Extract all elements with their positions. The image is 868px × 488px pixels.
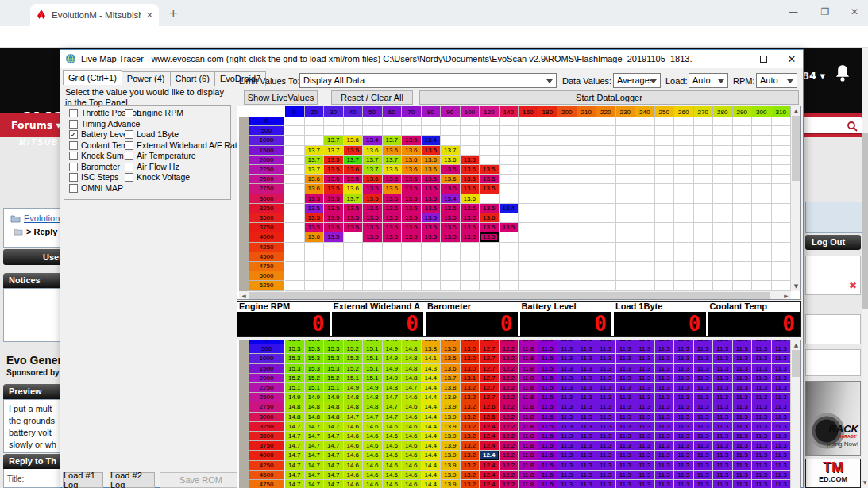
top-grid-cell[interactable] xyxy=(305,243,325,252)
top-grid-cell[interactable] xyxy=(285,223,305,232)
bottom-grid-cell[interactable]: 11.3 xyxy=(674,393,694,402)
top-grid-cell[interactable]: 13.5 xyxy=(383,175,403,184)
bottom-grid-row-header[interactable]: 3500 xyxy=(249,432,284,441)
top-grid-cell[interactable] xyxy=(694,126,714,136)
top-grid-row-header[interactable]: 4750 xyxy=(249,262,284,271)
top-grid-cell[interactable]: 13.5 xyxy=(324,175,344,184)
bottom-grid-cell[interactable]: 15.2 xyxy=(344,364,364,374)
top-grid-cell[interactable] xyxy=(557,271,577,281)
top-grid-cell[interactable] xyxy=(616,126,636,136)
bottom-grid-cell[interactable]: 11.3 xyxy=(577,393,597,402)
bottom-grid-cell[interactable]: 15.3 xyxy=(324,364,344,374)
bottom-grid-cell[interactable]: 12.7 xyxy=(480,393,500,402)
bottom-grid-row-header[interactable]: 500 xyxy=(249,344,284,354)
top-grid-cell[interactable] xyxy=(480,243,500,252)
bottom-grid-cell[interactable]: 13.9 xyxy=(441,461,461,471)
app-maximize-icon[interactable] xyxy=(750,50,777,67)
checkbox[interactable] xyxy=(125,152,133,160)
top-grid-cell[interactable]: 13.5 xyxy=(402,223,422,232)
page-scrollbar-thumb[interactable] xyxy=(862,133,868,309)
bottom-grid-cell[interactable]: 14.1 xyxy=(422,354,442,363)
bottom-grid-cell[interactable]: 12.4 xyxy=(480,441,500,451)
top-grid-cell[interactable] xyxy=(402,281,422,290)
top-grid-cell[interactable] xyxy=(616,136,636,145)
top-grid-cell[interactable]: 13.6 xyxy=(461,175,480,184)
top-grid-cell[interactable] xyxy=(674,223,694,232)
bottom-grid-cell[interactable]: 12.4 xyxy=(480,451,500,460)
bottom-grid-row-header[interactable]: 3000 xyxy=(249,413,284,422)
bottom-grid-cell[interactable]: 11.3 xyxy=(674,480,694,488)
top-grid-cell[interactable] xyxy=(674,281,694,290)
bottom-grid-cell[interactable]: 13.5 xyxy=(441,354,461,363)
load-dropdown[interactable]: Auto xyxy=(689,73,728,88)
bottom-grid-cell[interactable]: 11.3 xyxy=(752,413,772,422)
top-grid-cell[interactable] xyxy=(500,262,519,271)
bottom-grid-cell[interactable]: 11.3 xyxy=(557,451,577,460)
top-grid-cell[interactable] xyxy=(538,281,558,290)
top-grid-cell[interactable] xyxy=(733,262,753,271)
top-grid-cell[interactable] xyxy=(694,281,714,290)
bottom-grid-cell[interactable]: 12.2 xyxy=(500,413,519,422)
top-grid-cell[interactable] xyxy=(519,136,538,145)
browser-tab[interactable]: EvolutionM - Mitsubishi Lancer a ✕ xyxy=(30,4,159,26)
bottom-grid-cell[interactable]: 11.3 xyxy=(733,383,753,393)
top-grid-cell[interactable] xyxy=(538,126,558,136)
bottom-grid-cell[interactable]: 11.3 xyxy=(596,480,616,488)
checkbox[interactable] xyxy=(125,173,133,182)
bottom-grid-cell[interactable]: 11.3 xyxy=(596,364,616,374)
bottom-grid-cell[interactable]: 11.3 xyxy=(557,413,577,422)
top-grid-cell[interactable] xyxy=(616,204,636,213)
checkbox[interactable] xyxy=(69,184,78,193)
bottom-grid-cell[interactable]: 14.6 xyxy=(344,432,364,441)
top-grid-cell[interactable] xyxy=(577,194,597,204)
bottom-grid-cell[interactable]: 11.8 xyxy=(519,441,538,451)
top-grid-cell[interactable] xyxy=(752,213,772,223)
bottom-grid-cell[interactable]: 14.6 xyxy=(363,471,383,480)
bottom-grid-cell[interactable]: 12.4 xyxy=(480,471,500,480)
bottom-grid-cell[interactable]: 14.6 xyxy=(383,441,403,451)
bottom-grid-cell[interactable]: 11.3 xyxy=(752,451,772,460)
bottom-grid-row-header[interactable]: 4750 xyxy=(249,480,284,488)
bottom-grid-cell[interactable]: 11.3 xyxy=(616,471,636,480)
bottom-grid-cell[interactable]: 11.5 xyxy=(538,471,558,480)
top-grid-cell[interactable]: 13.5 xyxy=(344,175,364,184)
top-grid-vscrollbar[interactable]: ▲ ▼ xyxy=(791,106,801,291)
top-grid-cell[interactable]: 13.5 xyxy=(324,232,344,242)
bottom-grid-cell[interactable]: 14.6 xyxy=(402,451,422,460)
top-grid-cell[interactable] xyxy=(694,243,714,252)
top-grid-cell[interactable]: 13.5 xyxy=(422,204,442,213)
bottom-grid-cell[interactable]: 11.8 xyxy=(519,451,538,460)
top-grid-cell[interactable]: 13.6 xyxy=(422,165,442,175)
top-grid-cell[interactable] xyxy=(557,223,577,232)
top-grid-cell[interactable] xyxy=(772,243,792,252)
top-grid-cell[interactable] xyxy=(655,243,675,252)
top-grid-cell[interactable] xyxy=(713,117,733,126)
top-grid-cell[interactable] xyxy=(694,146,714,156)
top-grid-cell[interactable] xyxy=(538,204,558,213)
top-grid-cell[interactable]: 13.4 xyxy=(422,136,442,145)
top-grid-cell[interactable] xyxy=(752,146,772,156)
bottom-grid-cell[interactable]: 11.3 xyxy=(694,422,714,432)
bottom-grid-cell[interactable]: 12.7 xyxy=(480,383,500,393)
top-grid-cell[interactable] xyxy=(422,117,442,126)
bottom-grid-cell[interactable]: 14.7 xyxy=(324,441,344,451)
top-grid-cell[interactable] xyxy=(596,117,616,126)
bottom-grid-cell[interactable]: 11.3 xyxy=(733,344,753,354)
top-grid-cell[interactable] xyxy=(752,175,772,184)
top-grid-cell[interactable]: 13.6 xyxy=(344,136,364,145)
top-grid-cell[interactable] xyxy=(305,126,325,136)
bottom-grid-cell[interactable]: 11.3 xyxy=(694,413,714,422)
top-grid-row-header[interactable]: 4000 xyxy=(249,232,284,242)
top-grid-cell[interactable] xyxy=(674,175,694,184)
top-grid-cell[interactable]: 13.5 xyxy=(422,213,442,223)
top-grid-cell[interactable]: 13.5 xyxy=(422,184,442,194)
top-grid-cell[interactable] xyxy=(305,252,325,262)
bottom-grid-cell[interactable]: 11.3 xyxy=(733,354,753,363)
bottom-grid-cell[interactable]: 11.3 xyxy=(596,374,616,383)
top-grid-cell[interactable] xyxy=(772,146,792,156)
top-grid-cell[interactable] xyxy=(500,136,519,145)
bottom-grid-cell[interactable]: 11.3 xyxy=(655,393,675,402)
top-grid-cell[interactable] xyxy=(596,175,616,184)
bottom-grid-cell[interactable]: 11.3 xyxy=(557,374,577,383)
bottom-grid-cell[interactable]: 11.3 xyxy=(635,451,655,460)
